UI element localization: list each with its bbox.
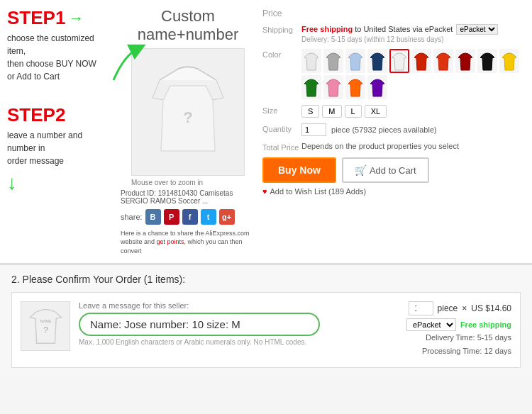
step2-block: STEP2 leave a number and number in order… [7, 104, 113, 194]
step2-desc-line2: order message [7, 156, 64, 166]
color-swatch-grey[interactable] [323, 49, 343, 73]
color-label: Color [262, 49, 301, 59]
color-swatch-black[interactable] [477, 49, 497, 73]
quantity-input[interactable] [301, 123, 326, 136]
price-row: Price [262, 7, 525, 18]
color-swatch-green[interactable] [301, 75, 321, 99]
size-btn-s[interactable]: S [301, 105, 319, 118]
size-label: Size [262, 105, 301, 115]
color-swatch-darkblue[interactable] [367, 49, 387, 73]
color-swatch-yellow[interactable] [499, 49, 519, 73]
order-quantity-input[interactable] [409, 301, 433, 315]
social-facebook-button[interactable]: f [182, 209, 198, 225]
color-swatch-red[interactable] [411, 49, 431, 73]
product-jersey-image: ? [145, 59, 231, 165]
order-right: piece × US $14.60 ePacket Free shipping … [370, 301, 511, 359]
add-to-cart-label: Add to Cart [370, 165, 416, 176]
step1-arrow: → [68, 9, 84, 28]
get-points-link[interactable]: get points [157, 238, 184, 245]
steps-column: STEP1 → choose the customized item, then… [7, 7, 121, 256]
free-shipping-text: Free shipping [460, 320, 511, 329]
quantity-val: piece (57932 pieces available) [301, 123, 525, 136]
step1-desc-line3: or Add to Cart [7, 72, 60, 82]
quantity-label: Quantity [262, 123, 301, 133]
svg-text:NAME: NAME [40, 319, 51, 323]
step1-desc: choose the customized item, then choose … [7, 32, 113, 83]
order-multiply: × [462, 303, 467, 313]
social-vk-button[interactable]: B [145, 209, 161, 225]
order-item-image: NAME ? [21, 301, 70, 351]
shipping-free-text: Free shipping [301, 25, 353, 33]
size-btn-m[interactable]: M [322, 105, 341, 118]
total-price-text: Depends on the product properties you se… [301, 142, 525, 150]
epacket-select[interactable]: ePacket [406, 318, 456, 331]
color-swatches [301, 49, 525, 99]
step2-title: STEP2 [7, 104, 65, 126]
size-btn-l[interactable]: L [345, 105, 362, 118]
social-twitter-button[interactable]: t [201, 209, 216, 225]
cart-icon: 🛒 [355, 164, 367, 176]
product-column: Customname+number [121, 7, 255, 256]
wishlist-row[interactable]: ♥ Add to Wish List (189 Adds) [262, 187, 525, 196]
step2-desc: leave a number and number in order messa… [7, 129, 113, 167]
price-label: Price [262, 7, 301, 18]
step2-arrow-down-icon: ↓ [7, 172, 113, 194]
zoom-hint: Mouse over to zoom in [131, 179, 245, 186]
share-row: share: B P f t g+ [121, 209, 255, 225]
size-row: Size S M L XL [262, 105, 525, 118]
color-swatch-pink[interactable] [323, 75, 343, 99]
color-swatch-darkred[interactable] [455, 49, 475, 73]
step1-header: STEP1 → [7, 7, 113, 29]
step2-desc-line1: leave a number and number in [7, 130, 82, 153]
add-to-cart-button[interactable]: 🛒 Add to Cart [342, 157, 429, 183]
green-arrow-step1-icon [110, 41, 145, 84]
details-column: Price Shipping Free shipping to United S… [255, 7, 525, 256]
total-price-row: Total Price Depends on the product prope… [262, 142, 525, 152]
processing-value: 12 days [484, 347, 511, 355]
top-section: STEP1 → choose the customized item, then… [0, 0, 532, 264]
shipping-info: Delivery Time: 5-15 days Processing Time… [422, 331, 511, 359]
processing-label: Processing Time: [422, 347, 482, 355]
buy-now-button[interactable]: Buy Now [262, 157, 336, 183]
wishlist-heart-icon: ♥ [262, 187, 267, 196]
color-swatch-white[interactable] [301, 49, 321, 73]
size-btn-xl[interactable]: XL [365, 105, 387, 118]
svg-text:?: ? [183, 108, 192, 126]
shipping-label: Shipping [262, 24, 301, 34]
color-swatch-selected-white2[interactable] [389, 49, 409, 73]
message-limit-text: Max. 1,000 English characters or Arabic … [79, 338, 361, 346]
color-swatch-orange[interactable] [345, 75, 365, 99]
color-row: Color [262, 49, 525, 99]
bottom-section: 2. Please Confirm Your Order (1 items): … [0, 264, 532, 377]
order-card: NAME ? Leave a message for this seller: … [11, 292, 521, 369]
shipping-row: Shipping Free shipping to United States … [262, 24, 525, 43]
color-swatch-red2[interactable] [433, 49, 453, 73]
confirm-title: 2. Please Confirm Your Order (1 items): [11, 274, 521, 285]
seller-message-input[interactable] [79, 313, 320, 336]
shipping-to-text: to United States via ePacket [355, 25, 453, 33]
share-label: share: [121, 213, 143, 221]
shipping-method-select[interactable]: ePacket [456, 24, 498, 35]
product-id: Product ID: 1914810430 Camisetas SERGIO … [121, 189, 255, 205]
aliexpress-note: Here is a chance to share the AliExpress… [121, 229, 255, 256]
order-item-details: Leave a message for this seller: Max. 1,… [79, 301, 361, 346]
quantity-pieces-text: piece (57932 pieces available) [331, 125, 437, 134]
social-googleplus-button[interactable]: g+ [219, 209, 235, 225]
main-container: STEP1 → choose the customized item, then… [0, 0, 532, 376]
order-piece-label: piece [438, 303, 458, 313]
step2-header: STEP2 [7, 104, 113, 126]
order-item-jersey-image: NAME ? [26, 303, 65, 349]
step1-title: STEP1 [7, 7, 65, 29]
color-swatch-purple[interactable] [367, 75, 387, 99]
total-label: Total Price [262, 142, 301, 152]
message-label: Leave a message for this seller: [79, 301, 361, 310]
social-pinterest-button[interactable]: P [164, 209, 179, 225]
order-price: US $14.60 [471, 303, 511, 313]
quantity-row: Quantity piece (57932 pieces available) [262, 123, 525, 136]
svg-text:?: ? [43, 325, 48, 335]
size-buttons: S M L XL [301, 105, 387, 118]
shipping-value: Free shipping to United States via ePack… [301, 24, 525, 43]
color-swatch-lightblue[interactable] [345, 49, 365, 73]
step1-desc-line1: choose the customized item, [7, 33, 94, 56]
custom-label: Customname+number [138, 7, 238, 45]
